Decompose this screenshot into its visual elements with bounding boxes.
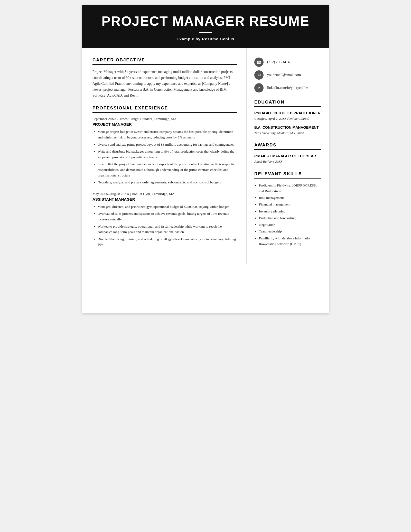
contact-phone: ☎ (212) 256-1414 [254, 58, 321, 67]
bullet-item: Managed, directed, and prioritized gym o… [98, 204, 237, 210]
edu-degree-1: PMI AGILE CERTIFIED PRACTITIONER [254, 111, 321, 115]
email-text: your.email@email.com [267, 73, 301, 77]
skill-item: Proficient in Fieldwire, JOBPROGRESS, an… [259, 183, 321, 194]
contact-section: ☎ (212) 256-1414 ✉ your.email@email.com … [254, 58, 321, 92]
skills-list: Proficient in Fieldwire, JOBPROGRESS, an… [259, 183, 321, 247]
experience-title: PROFESSIONAL EXPERIENCE [92, 106, 237, 113]
edu-detail-1: Certified: April 2, 20XX (Online Course) [254, 116, 321, 121]
bullet-item: Worked to provide strategic, operational… [98, 224, 237, 235]
bullet-item: Directed the hiring, training, and sched… [98, 236, 237, 247]
job-2-title: ASSISTANT MANAGER [92, 197, 237, 201]
job-1-bullets: Manage project budget of $2M+ and ensure… [98, 129, 237, 185]
bullet-item: Oversee and analyze prime project buyout… [98, 142, 237, 147]
award-title-1: PROJECT MANAGER OF THE YEAR [254, 154, 321, 158]
career-objective-title: CAREER OBJECTIVE [92, 58, 237, 65]
edu-detail-2: Tufts University, Medford, MA, 20XX [254, 130, 321, 136]
job-2-bullets: Managed, directed, and prioritized gym o… [98, 204, 237, 247]
education-section: EDUCATION PMI AGILE CERTIFIED PRACTITION… [254, 100, 321, 135]
skill-item: Team leadership [259, 229, 321, 234]
skill-item: Budgeting and forecasting [259, 215, 321, 221]
contact-email: ✉ your.email@email.com [254, 70, 321, 80]
header-divider [199, 32, 212, 33]
skill-item: Inventory planning [259, 209, 321, 214]
header-subtitle: Example by Resume Genius [92, 37, 319, 41]
skills-title: RELEVANT SKILLS [254, 171, 321, 179]
skill-item: Negotiation [259, 222, 321, 228]
job-1-meta: September 20XX–Present | Angel Builders,… [92, 117, 237, 121]
header: PROJECT MANAGER RESUME Example by Resume… [82, 5, 329, 48]
bullet-item: Negotiate, analyze, and prepare order ag… [98, 180, 237, 185]
skill-item: Risk management [259, 195, 321, 201]
career-objective-text: Project Manager with 3+ years of experie… [92, 69, 237, 98]
side-column: ☎ (212) 256-1414 ✉ your.email@email.com … [247, 48, 329, 264]
job-2: May 20XX–August 20XX | Iron Fit Gym, Cam… [92, 192, 237, 247]
linkedin-icon: in [254, 83, 264, 92]
bullet-item: Ensure that the project team understands… [98, 161, 237, 178]
email-icon: ✉ [254, 70, 264, 80]
main-column: CAREER OBJECTIVE Project Manager with 3+… [82, 48, 247, 264]
award-detail-1: Angel Builders 20XX [254, 159, 321, 164]
job-2-meta: May 20XX–August 20XX | Iron Fit Gym, Cam… [92, 192, 237, 196]
resume-title: PROJECT MANAGER RESUME [92, 13, 319, 29]
body: CAREER OBJECTIVE Project Manager with 3+… [82, 48, 329, 264]
bullet-item: Overhauled sales process and systems to … [98, 211, 237, 222]
phone-text: (212) 256-1414 [267, 60, 290, 64]
awards-title: AWARDS [254, 143, 321, 150]
job-1: September 20XX–Present | Angel Builders,… [92, 117, 237, 185]
phone-icon: ☎ [254, 58, 264, 67]
experience-section: PROFESSIONAL EXPERIENCE September 20XX–P… [92, 106, 237, 247]
skill-item: Financial management [259, 202, 321, 207]
contact-linkedin: in linkedin.com/in/yourprofile/ [254, 83, 321, 92]
awards-section: AWARDS PROJECT MANAGER OF THE YEAR Angel… [254, 143, 321, 164]
edu-degree-2: B.A. CONSTRUCTION MANAGEMENT [254, 125, 321, 129]
education-title: EDUCATION [254, 100, 321, 107]
bullet-item: Manage project budget of $2M+ and ensure… [98, 129, 237, 140]
bullet-item: Write and distribute bid packages amount… [98, 149, 237, 160]
skills-section: RELEVANT SKILLS Proficient in Fieldwire,… [254, 171, 321, 247]
career-objective-section: CAREER OBJECTIVE Project Manager with 3+… [92, 58, 237, 98]
resume-page: PROJECT MANAGER RESUME Example by Resume… [82, 5, 329, 313]
job-1-title: PROJECT MANAGER [92, 122, 237, 126]
linkedin-text: linkedin.com/in/yourprofile/ [267, 86, 308, 90]
skill-item: Familiarity with database information fl… [259, 236, 321, 247]
